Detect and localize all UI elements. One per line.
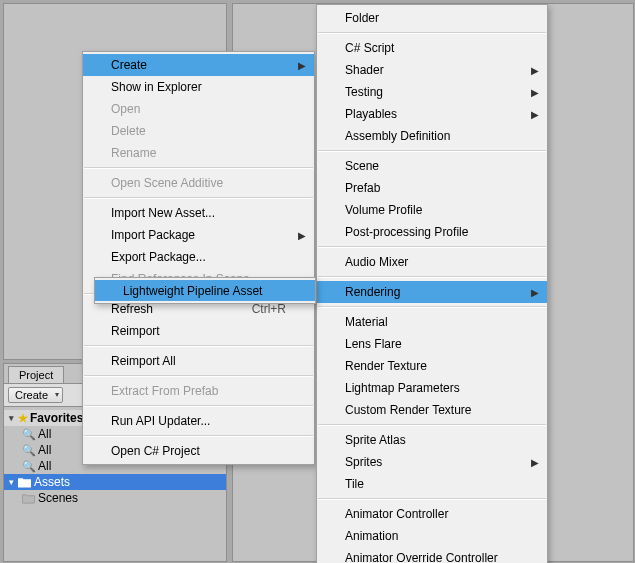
menu-item-lightmap-parameters[interactable]: Lightmap Parameters bbox=[317, 377, 547, 399]
menu-item-label: Create bbox=[111, 58, 147, 72]
menu-item-show-in-explorer[interactable]: Show in Explorer bbox=[83, 76, 314, 98]
menu-item-sprite-atlas[interactable]: Sprite Atlas bbox=[317, 429, 547, 451]
menu-item-label: Rendering bbox=[345, 285, 400, 299]
menu-item-open[interactable]: Open bbox=[83, 98, 314, 120]
menu-item-tile[interactable]: Tile bbox=[317, 473, 547, 495]
context-menu-main: Create ▶ Show in Explorer Open Delete Re… bbox=[82, 51, 315, 465]
menu-item-scene[interactable]: Scene bbox=[317, 155, 547, 177]
menu-item-run-api-updater[interactable]: Run API Updater... bbox=[83, 410, 314, 432]
submenu-arrow-icon: ▶ bbox=[298, 230, 306, 241]
menu-item-label: Import New Asset... bbox=[111, 206, 215, 220]
context-menu-create: Folder C# Script Shader▶ Testing▶ Playab… bbox=[316, 4, 548, 563]
star-icon: ★ bbox=[18, 412, 28, 425]
menu-item-post-processing-profile[interactable]: Post-processing Profile bbox=[317, 221, 547, 243]
menu-item-import-package[interactable]: Import Package ▶ bbox=[83, 224, 314, 246]
menu-item-open-cs-project[interactable]: Open C# Project bbox=[83, 440, 314, 462]
tree-label: Favorites bbox=[30, 411, 83, 425]
create-dropdown-button[interactable]: Create bbox=[8, 387, 63, 403]
submenu-arrow-icon: ▶ bbox=[298, 60, 306, 71]
expand-toggle-icon[interactable]: ▾ bbox=[6, 413, 16, 423]
menu-item-import-new-asset[interactable]: Import New Asset... bbox=[83, 202, 314, 224]
tree-label: All bbox=[38, 459, 51, 473]
menu-item-label: Rename bbox=[111, 146, 156, 160]
submenu-arrow-icon: ▶ bbox=[531, 457, 539, 468]
folder-icon bbox=[18, 477, 32, 488]
folder-icon bbox=[22, 493, 36, 504]
menu-item-label: Import Package bbox=[111, 228, 195, 242]
menu-item-delete[interactable]: Delete bbox=[83, 120, 314, 142]
menu-item-label: Sprites bbox=[345, 455, 382, 469]
menu-item-shader[interactable]: Shader▶ bbox=[317, 59, 547, 81]
menu-item-prefab[interactable]: Prefab bbox=[317, 177, 547, 199]
menu-separator bbox=[318, 150, 546, 152]
menu-item-create[interactable]: Create ▶ bbox=[83, 54, 314, 76]
menu-item-label: Animation bbox=[345, 529, 398, 543]
menu-item-label: Export Package... bbox=[111, 250, 206, 264]
menu-item-label: Reimport bbox=[111, 324, 160, 338]
expand-toggle-icon[interactable]: ▾ bbox=[6, 477, 16, 487]
menu-item-volume-profile[interactable]: Volume Profile bbox=[317, 199, 547, 221]
tree-label: All bbox=[38, 427, 51, 441]
menu-item-cs-script[interactable]: C# Script bbox=[317, 37, 547, 59]
menu-item-open-scene-additive[interactable]: Open Scene Additive bbox=[83, 172, 314, 194]
menu-item-material[interactable]: Material bbox=[317, 311, 547, 333]
tree-scenes[interactable]: Scenes bbox=[4, 490, 226, 506]
menu-item-custom-render-texture[interactable]: Custom Render Texture bbox=[317, 399, 547, 421]
menu-item-label: Reimport All bbox=[111, 354, 176, 368]
menu-separator bbox=[84, 167, 313, 169]
menu-item-lightweight-pipeline-asset[interactable]: Lightweight Pipeline Asset bbox=[95, 280, 315, 301]
menu-separator bbox=[84, 375, 313, 377]
tree-assets[interactable]: ▾ Assets bbox=[4, 474, 226, 490]
menu-item-animator-override-controller[interactable]: Animator Override Controller bbox=[317, 547, 547, 563]
menu-item-rendering[interactable]: Rendering▶ bbox=[317, 281, 547, 303]
menu-separator bbox=[318, 276, 546, 278]
search-icon: 🔍 bbox=[22, 444, 36, 457]
menu-item-label: Open bbox=[111, 102, 140, 116]
menu-separator bbox=[84, 197, 313, 199]
menu-separator bbox=[318, 498, 546, 500]
menu-separator bbox=[318, 246, 546, 248]
project-tab[interactable]: Project bbox=[8, 366, 64, 383]
menu-item-label: Render Texture bbox=[345, 359, 427, 373]
menu-item-label: Animator Override Controller bbox=[345, 551, 498, 563]
search-icon: 🔍 bbox=[22, 460, 36, 473]
menu-item-label: Audio Mixer bbox=[345, 255, 408, 269]
menu-item-rename[interactable]: Rename bbox=[83, 142, 314, 164]
menu-item-audio-mixer[interactable]: Audio Mixer bbox=[317, 251, 547, 273]
menu-item-label: Lens Flare bbox=[345, 337, 402, 351]
menu-item-label: Open Scene Additive bbox=[111, 176, 223, 190]
menu-item-label: Assembly Definition bbox=[345, 129, 450, 143]
submenu-arrow-icon: ▶ bbox=[531, 65, 539, 76]
tree-label: Assets bbox=[34, 475, 70, 489]
menu-item-testing[interactable]: Testing▶ bbox=[317, 81, 547, 103]
menu-item-export-package[interactable]: Export Package... bbox=[83, 246, 314, 268]
menu-item-folder[interactable]: Folder bbox=[317, 7, 547, 29]
menu-item-lens-flare[interactable]: Lens Flare bbox=[317, 333, 547, 355]
menu-item-label: Open C# Project bbox=[111, 444, 200, 458]
menu-item-sprites[interactable]: Sprites▶ bbox=[317, 451, 547, 473]
menu-item-label: Shader bbox=[345, 63, 384, 77]
menu-item-render-texture[interactable]: Render Texture bbox=[317, 355, 547, 377]
tree-label: All bbox=[38, 443, 51, 457]
menu-item-reimport-all[interactable]: Reimport All bbox=[83, 350, 314, 372]
menu-item-label: Testing bbox=[345, 85, 383, 99]
submenu-arrow-icon: ▶ bbox=[531, 109, 539, 120]
menu-item-assembly-definition[interactable]: Assembly Definition bbox=[317, 125, 547, 147]
menu-item-label: Scene bbox=[345, 159, 379, 173]
menu-item-label: Animator Controller bbox=[345, 507, 448, 521]
menu-item-playables[interactable]: Playables▶ bbox=[317, 103, 547, 125]
menu-separator bbox=[84, 435, 313, 437]
tree-label: Scenes bbox=[38, 491, 78, 505]
menu-item-label: Lightmap Parameters bbox=[345, 381, 460, 395]
menu-item-animator-controller[interactable]: Animator Controller bbox=[317, 503, 547, 525]
context-menu-rendering-sub: Lightweight Pipeline Asset bbox=[94, 277, 316, 304]
menu-separator bbox=[84, 405, 313, 407]
menu-item-reimport[interactable]: Reimport bbox=[83, 320, 314, 342]
menu-item-label: Delete bbox=[111, 124, 146, 138]
menu-separator bbox=[318, 424, 546, 426]
menu-item-label: C# Script bbox=[345, 41, 394, 55]
menu-item-animation[interactable]: Animation bbox=[317, 525, 547, 547]
menu-item-extract-from-prefab[interactable]: Extract From Prefab bbox=[83, 380, 314, 402]
menu-item-label: Playables bbox=[345, 107, 397, 121]
menu-item-label: Lightweight Pipeline Asset bbox=[123, 284, 262, 298]
